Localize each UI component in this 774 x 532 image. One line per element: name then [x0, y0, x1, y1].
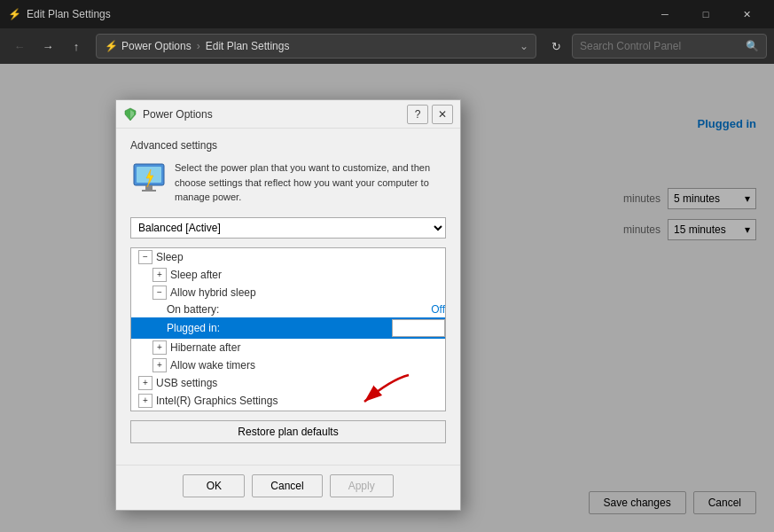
- dialog-title-icon: [123, 107, 137, 121]
- dialog-body: Advanced settings Select the po: [116, 129, 460, 465]
- tree-label-on-battery: On battery:: [167, 303, 427, 316]
- tree-item-sleep-after[interactable]: + Sleep after: [131, 266, 445, 284]
- apply-button[interactable]: Apply: [330, 474, 394, 497]
- title-bar-icon: ⚡: [7, 7, 21, 21]
- breadcrumb-part2: Edit Plan Settings: [206, 40, 290, 52]
- info-section: Select the power plan that you want to c…: [130, 160, 446, 205]
- minimize-button[interactable]: ─: [645, 0, 685, 28]
- forward-button[interactable]: →: [35, 34, 60, 59]
- tree-container[interactable]: − Sleep + Sleep after − Allow hybrid sle…: [130, 247, 446, 411]
- breadcrumb-part1: Power Options: [121, 40, 192, 52]
- dialog-footer: OK Cancel Apply: [116, 465, 460, 510]
- plugged-in-dropdown[interactable]: Off On: [392, 319, 445, 337]
- nav-bar: ← → ↑ ⚡ Power Options › Edit Plan Settin…: [0, 28, 774, 64]
- breadcrumb-separator: ›: [197, 40, 200, 52]
- tree-value-on-battery: Off: [431, 303, 445, 316]
- tree-item-on-battery[interactable]: On battery: Off: [131, 301, 445, 317]
- info-text: Select the power plan that you want to c…: [175, 160, 446, 205]
- tree-label-hybrid-sleep: Allow hybrid sleep: [170, 286, 445, 299]
- intel-graphics-expander[interactable]: +: [138, 394, 152, 408]
- hibernate-expander[interactable]: +: [152, 340, 167, 355]
- dialog-title-text: Power Options: [143, 108, 407, 121]
- tree-label-sleep-after: Sleep after: [170, 269, 445, 281]
- wake-timers-expander[interactable]: +: [152, 358, 167, 372]
- dialog-title-bar: Power Options ? ✕: [116, 100, 460, 129]
- advanced-settings-label: Advanced settings: [130, 139, 446, 152]
- dialog-title-controls: ? ✕: [407, 105, 453, 124]
- search-input[interactable]: [580, 40, 740, 52]
- search-box[interactable]: 🔍: [572, 34, 767, 59]
- tree-label-intel-graphics: Intel(R) Graphics Settings: [156, 395, 445, 407]
- tree-item-intel-graphics[interactable]: + Intel(R) Graphics Settings: [131, 392, 445, 410]
- maximize-button[interactable]: □: [685, 0, 726, 28]
- cancel-button[interactable]: Cancel: [252, 474, 322, 497]
- power-icon: [130, 160, 166, 196]
- refresh-button[interactable]: ↻: [543, 34, 568, 59]
- restore-plan-defaults-button[interactable]: Restore plan defaults: [130, 420, 446, 443]
- tree-label-plugged-in: Plugged in:: [167, 322, 388, 334]
- tree-item-pci[interactable]: + PCI Express: [131, 410, 445, 411]
- main-area: Plugged in minutes 5 minutes ▾ minutes 1…: [0, 64, 774, 532]
- tree-item-hibernate[interactable]: + Hibernate after: [131, 339, 445, 356]
- tree-item-plugged-in[interactable]: Plugged in: Off On: [131, 317, 445, 339]
- title-bar-controls: ─ □ ✕: [645, 0, 767, 28]
- tree-label-usb: USB settings: [156, 377, 445, 389]
- close-button[interactable]: ✕: [726, 0, 767, 28]
- tree-label-wake-timers: Allow wake timers: [170, 359, 445, 372]
- tree-label-sleep: Sleep: [156, 251, 445, 263]
- tree-item-wake-timers[interactable]: + Allow wake timers: [131, 356, 445, 374]
- title-bar: ⚡ Edit Plan Settings ─ □ ✕: [0, 0, 774, 28]
- dialog-help-button[interactable]: ?: [407, 105, 428, 124]
- sleep-expander[interactable]: −: [138, 250, 152, 264]
- sleep-after-expander[interactable]: +: [152, 268, 167, 282]
- usb-expander[interactable]: +: [138, 376, 152, 390]
- power-options-dialog: Power Options ? ✕ Advanced settings: [115, 99, 461, 511]
- tree-item-sleep[interactable]: − Sleep: [131, 248, 445, 266]
- tree-item-hybrid-sleep[interactable]: − Allow hybrid sleep: [131, 284, 445, 301]
- svg-rect-5: [142, 190, 156, 192]
- up-button[interactable]: ↑: [64, 34, 89, 59]
- search-icon: 🔍: [746, 40, 759, 52]
- plan-dropdown-row[interactable]: Balanced [Active] High performance Power…: [130, 217, 446, 239]
- svg-rect-4: [145, 185, 152, 190]
- address-bar[interactable]: ⚡ Power Options › Edit Plan Settings ⌄: [96, 34, 536, 59]
- address-dropdown-arrow[interactable]: ⌄: [520, 40, 528, 52]
- address-icon: ⚡: [104, 39, 118, 53]
- back-button[interactable]: ←: [7, 34, 32, 59]
- hybrid-sleep-expander[interactable]: −: [152, 286, 167, 300]
- tree-label-hibernate: Hibernate after: [170, 341, 445, 354]
- ok-button[interactable]: OK: [183, 474, 245, 497]
- plan-select[interactable]: Balanced [Active] High performance Power…: [130, 217, 446, 239]
- title-bar-title: Edit Plan Settings: [27, 8, 645, 20]
- dialog-close-button[interactable]: ✕: [432, 105, 453, 124]
- tree-item-usb[interactable]: + USB settings: [131, 374, 445, 392]
